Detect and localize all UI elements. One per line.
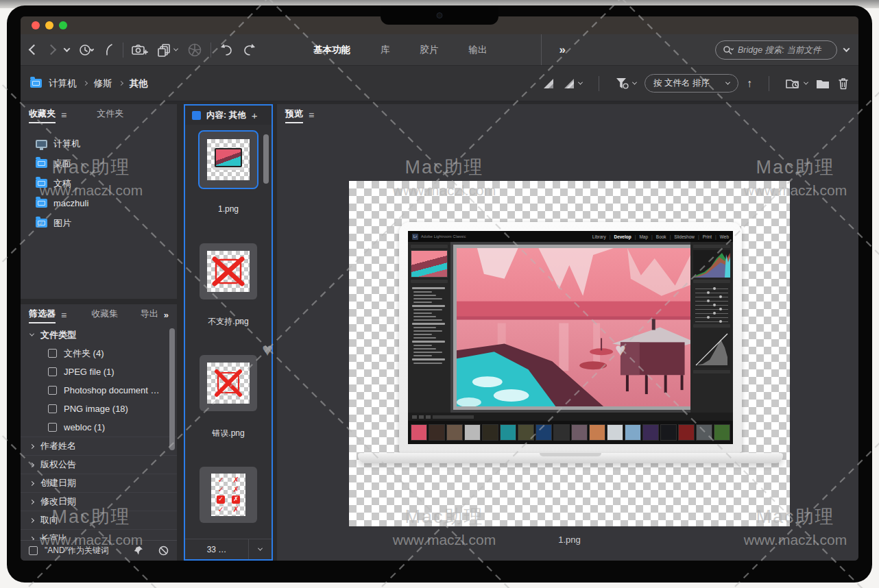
filmstrip-thumb xyxy=(500,424,516,441)
back-button[interactable] xyxy=(30,46,38,53)
tab-export[interactable]: 导出 xyxy=(141,308,158,322)
filter-tabs-overflow-button[interactable]: » xyxy=(164,310,169,320)
tab-collections[interactable]: 收藏集 xyxy=(91,308,118,322)
tab-folders[interactable]: 文件夹 xyxy=(97,108,123,122)
search-input[interactable] xyxy=(738,45,830,55)
lightroom-image-area xyxy=(450,242,690,413)
panel-menu-icon[interactable]: ≡ xyxy=(61,310,67,321)
tab-output[interactable]: 输出 xyxy=(469,44,487,56)
filter-item-webloc[interactable]: webloc (1) xyxy=(21,418,177,437)
filter-panel-header: 筛选器 ≡ 收藏集 导出 » xyxy=(21,304,177,326)
thumbnail-size-chevron-icon[interactable] xyxy=(248,539,272,559)
filter-group-date-created[interactable]: 创建日期 xyxy=(21,474,177,492)
filter-scrollbar[interactable] xyxy=(169,328,175,450)
tab-favorites[interactable]: 收藏夹 xyxy=(29,108,56,122)
favorites-item-desktop[interactable]: 桌面 xyxy=(21,154,177,173)
keep-filter-pin-icon[interactable] xyxy=(134,546,143,556)
aperture-icon[interactable] xyxy=(187,42,202,58)
checkbox[interactable] xyxy=(48,349,57,358)
content-selection-icon[interactable] xyxy=(192,111,201,120)
sort-dropdown[interactable]: 按 文件名 排序 xyxy=(645,74,738,93)
filter-group-author[interactable]: 作者姓名 xyxy=(21,437,177,455)
batch-copy-icon[interactable] xyxy=(158,43,178,57)
favorites-item-home[interactable]: maczhuli xyxy=(21,193,177,213)
thumbnail-image-error-x xyxy=(207,363,250,404)
filter-group-label: 版权公告 xyxy=(40,458,76,471)
chevron-right-icon xyxy=(29,499,34,504)
undo-icon[interactable] xyxy=(219,44,233,56)
history-clock-icon[interactable] xyxy=(79,43,94,57)
checkbox[interactable] xyxy=(48,367,57,376)
content-scrollbar[interactable] xyxy=(263,134,269,184)
filter-group-file-type[interactable]: 文件类型 xyxy=(21,326,177,344)
favorites-item-documents[interactable]: 文稿 xyxy=(21,173,177,193)
close-window-button[interactable] xyxy=(32,21,40,29)
content-item-4[interactable]: ✓✗ ✓✗ ✓✗ ✓✗ xyxy=(185,467,272,523)
filter-item-png[interactable]: PNG image (18) xyxy=(21,400,177,418)
recent-files-folder-icon[interactable] xyxy=(786,77,808,90)
filmstrip-thumb xyxy=(642,424,659,441)
delete-trash-icon[interactable] xyxy=(838,77,849,90)
favorites-item-label: 图片 xyxy=(53,217,71,230)
tab-filter[interactable]: 筛选器 xyxy=(29,308,56,322)
breadcrumb-computer[interactable]: 计算机 xyxy=(49,77,77,90)
preview-quality-icon[interactable] xyxy=(564,78,582,89)
preview-canvas: Lr Adobe Lightroom Classic Library| Deve… xyxy=(277,125,858,561)
thumbnail-selected[interactable] xyxy=(200,132,257,188)
content-bottom-bar: 33 … xyxy=(185,539,272,559)
thumbnail[interactable] xyxy=(200,355,257,411)
content-item-1[interactable]: 1.png xyxy=(185,132,272,214)
boomerang-return-icon[interactable] xyxy=(104,43,115,57)
tab-filmstrip[interactable]: 胶片 xyxy=(420,44,439,56)
add-content-tab-button[interactable]: + xyxy=(252,110,258,121)
workspace-overflow-button[interactable]: » xyxy=(541,34,566,65)
redo-icon[interactable] xyxy=(243,44,256,56)
filter-group-aspect-ratio[interactable]: 长宽比 xyxy=(21,529,177,540)
new-folder-icon[interactable] xyxy=(816,78,830,89)
and-keyword-checkbox[interactable] xyxy=(29,546,38,555)
thumbnail[interactable]: ✓✗ ✓✗ ✓✗ ✓✗ xyxy=(200,467,257,523)
tab-preview[interactable]: 预览 xyxy=(285,108,303,122)
workspace-panels: 收藏夹 ≡ 文件夹 计算机 桌面 xyxy=(21,101,858,561)
filter-group-orientation[interactable]: 取向 xyxy=(21,511,177,529)
filter-item-psd[interactable]: Photoshop document … xyxy=(21,381,177,400)
tab-essentials[interactable]: 基本功能 xyxy=(313,44,350,56)
favorites-item-computer[interactable]: 计算机 xyxy=(21,134,177,154)
zoom-window-button[interactable] xyxy=(59,21,67,29)
breadcrumb-current[interactable]: 其他 xyxy=(130,77,148,90)
navigator-thumbnail xyxy=(411,250,448,278)
content-item-3[interactable]: 错误.png xyxy=(185,355,272,437)
breadcrumb-user[interactable]: 修斯 xyxy=(94,77,112,90)
search-box[interactable] xyxy=(715,40,837,60)
sort-ascending-icon[interactable]: ↑ xyxy=(747,77,752,90)
bridge-window: 基本功能 库 胶片 输出 » 计算机 xyxy=(21,16,858,561)
recent-locations-dropdown-icon[interactable] xyxy=(64,47,69,52)
file-name-label: 1.png xyxy=(218,204,239,214)
filter-item-folders[interactable]: 文件夹 (4) xyxy=(21,344,177,363)
forward-button[interactable] xyxy=(47,46,55,53)
checkbox[interactable] xyxy=(48,386,57,395)
minimize-window-button[interactable] xyxy=(45,21,53,29)
clear-filter-icon[interactable] xyxy=(158,546,169,556)
thumbnail-quality-icon[interactable] xyxy=(543,78,555,89)
filter-rating-icon[interactable] xyxy=(616,77,636,90)
checkbox[interactable] xyxy=(48,404,57,413)
tab-libraries[interactable]: 库 xyxy=(381,44,390,56)
filter-group-copyright[interactable]: 版权公告 xyxy=(21,455,177,474)
filmstrip-thumb xyxy=(660,424,677,441)
panel-menu-icon[interactable]: ≡ xyxy=(309,110,314,121)
get-photos-from-camera-icon[interactable] xyxy=(132,43,148,57)
filter-group-label: 修改日期 xyxy=(40,495,76,508)
filmstrip-thumb xyxy=(678,424,695,441)
chevron-right-icon xyxy=(29,443,34,448)
search-options-chevron-icon[interactable] xyxy=(844,47,849,52)
favorites-item-pictures[interactable]: 图片 xyxy=(21,213,177,233)
filter-group-date-modified[interactable]: 修改日期 xyxy=(21,492,177,511)
computer-icon xyxy=(36,140,47,148)
filter-item-jpeg[interactable]: JPEG file (1) xyxy=(21,363,177,381)
panel-menu-icon[interactable]: ≡ xyxy=(61,110,67,121)
checkbox[interactable] xyxy=(48,423,57,432)
content-item-2[interactable]: 不支持.png xyxy=(185,243,272,326)
thumbnail[interactable] xyxy=(200,243,257,299)
filmstrip-thumb xyxy=(571,424,588,441)
